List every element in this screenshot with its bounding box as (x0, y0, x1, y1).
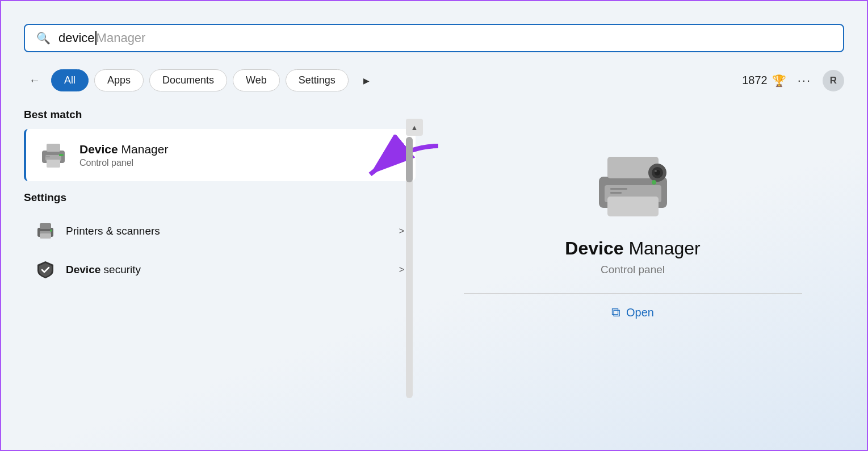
right-panel: Device Manager Control panel ⧉ Open (421, 108, 844, 450)
svg-point-12 (50, 229, 52, 232)
scrollbar-track (406, 137, 413, 398)
settings-item-printers[interactable]: Printers & scanners > (24, 212, 416, 250)
left-panel: Best match De (24, 108, 421, 450)
open-button[interactable]: ⧉ Open (611, 305, 654, 320)
tab-documents[interactable]: Documents (149, 69, 227, 91)
settings-item-device-security[interactable]: Device security > (24, 250, 416, 289)
svg-rect-3 (47, 160, 60, 168)
scroll-up-button[interactable]: ▲ (406, 119, 423, 136)
detail-title: Device Manager (565, 238, 700, 259)
svg-rect-22 (610, 188, 627, 190)
svg-rect-16 (607, 197, 659, 216)
svg-point-20 (655, 170, 657, 172)
scrollbar-area: ▲ (406, 137, 413, 387)
settings-label: Settings (24, 191, 416, 204)
device-security-label: Device security (66, 264, 399, 276)
svg-rect-5 (45, 156, 50, 157)
detail-subtitle: Control panel (601, 264, 665, 276)
content-area: Best match De (24, 108, 844, 450)
search-placeholder-text: Manager (97, 31, 146, 45)
divider (464, 293, 802, 294)
item-title: Device Manager (79, 143, 168, 156)
detail-icon (588, 143, 678, 222)
device-security-bold: Device (66, 264, 100, 275)
play-button[interactable]: ▶ (357, 70, 377, 91)
more-button[interactable]: ··· (798, 73, 811, 88)
search-bar[interactable]: 🔍 device Manager (24, 24, 844, 52)
chevron-icon-2: > (399, 265, 404, 275)
printer-settings-icon (35, 221, 56, 241)
device-security-rest: security (104, 264, 141, 275)
open-label: Open (626, 306, 654, 319)
main-container: 🔍 device Manager ← All Apps Documents We… (1, 1, 867, 450)
svg-rect-11 (40, 233, 51, 239)
best-match-label: Best match (24, 108, 416, 121)
item-text: Device Manager Control panel (79, 143, 168, 168)
svg-rect-23 (610, 192, 622, 194)
settings-section: Settings Printers & scanners > (24, 191, 416, 289)
svg-point-21 (652, 180, 656, 185)
detail-title-bold: Device (565, 238, 623, 258)
detail-title-rest: Manager (628, 238, 700, 258)
shield-icon (35, 260, 56, 280)
search-icon: 🔍 (36, 31, 51, 45)
back-button[interactable]: ← (24, 70, 45, 91)
score-area: 1872 🏆 (742, 74, 786, 87)
svg-rect-2 (47, 144, 60, 152)
printers-scanners-label: Printers & scanners (66, 225, 399, 237)
trophy-icon: 🏆 (772, 74, 786, 87)
filter-row: ← All Apps Documents Web Settings ▶ 1872… (24, 69, 844, 91)
tab-settings[interactable]: Settings (286, 69, 349, 91)
scrollbar-thumb[interactable] (406, 137, 413, 182)
avatar-button[interactable]: R (823, 70, 844, 91)
search-input[interactable]: device Manager (58, 31, 832, 45)
item-title-rest: Manager (121, 143, 169, 156)
score-value: 1872 (742, 74, 768, 87)
svg-point-6 (61, 154, 64, 156)
chevron-icon: > (399, 226, 404, 236)
tab-web[interactable]: Web (233, 69, 280, 91)
best-match-item[interactable]: Device Manager Control panel (24, 129, 416, 181)
search-typed-text: device (58, 31, 95, 45)
tab-all[interactable]: All (51, 69, 89, 91)
svg-rect-10 (40, 223, 51, 229)
item-subtitle: Control panel (79, 158, 168, 168)
device-manager-icon (37, 139, 69, 171)
tab-apps[interactable]: Apps (94, 69, 144, 91)
open-icon: ⧉ (611, 305, 620, 320)
item-title-bold: Device (79, 143, 118, 156)
